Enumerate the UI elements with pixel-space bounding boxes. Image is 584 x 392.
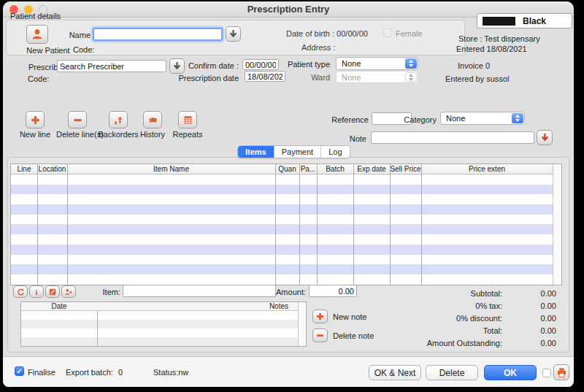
toolbar-item-delete-lines[interactable]: Delete line(s): [56, 111, 99, 139]
items-column-header[interactable]: Pa...: [299, 164, 317, 174]
repeats-button[interactable]: [178, 111, 197, 128]
column-divider: [275, 164, 276, 285]
patient-type-label: Patient type: [244, 60, 330, 69]
finalise-checkbox[interactable]: ✓: [15, 366, 24, 376]
tab-payment[interactable]: Payment: [274, 146, 321, 158]
notes-table-row[interactable]: [21, 311, 299, 320]
patient-name-search-button[interactable]: [226, 26, 241, 42]
new-patient-button[interactable]: [26, 25, 48, 44]
items-column-header[interactable]: Sell Price: [390, 164, 421, 174]
column-divider: [299, 164, 300, 285]
patient-name-input[interactable]: [93, 28, 223, 41]
female-checkbox: [383, 28, 392, 37]
finalise-label: Finalise: [28, 368, 55, 377]
subtotal-value: 0.00: [505, 289, 556, 298]
tab-bar: Items Payment Log: [237, 145, 350, 158]
items-table-header: LineLocationItem NameQuanPa...BatchExp d…: [11, 164, 561, 174]
toolbar-item-repeats[interactable]: Repeats: [166, 111, 209, 139]
edit-icon: [48, 288, 57, 296]
patient-code-label: Code:: [73, 45, 94, 54]
ward-label: Ward: [244, 73, 330, 82]
column-divider: [390, 164, 391, 285]
notes-table-row[interactable]: [21, 337, 299, 346]
delete-lines-button[interactable]: [68, 111, 87, 128]
prescriber-code-label: Code:: [28, 74, 49, 83]
red-down-arrow-icon: [540, 133, 550, 142]
total-label: Total:: [280, 326, 502, 335]
items-table-row[interactable]: [11, 255, 553, 265]
line-info-button[interactable]: i: [29, 285, 44, 298]
discount-label: 0% discount:: [280, 314, 502, 323]
items-column-header[interactable]: Quan: [275, 164, 299, 174]
items-table: LineLocationItem NameQuanPa...BatchExp d…: [10, 164, 562, 285]
amount-outstanding-label: Amount Outstanding:: [280, 339, 502, 347]
new-line-button[interactable]: [26, 111, 45, 128]
ward-select: None: [336, 71, 418, 83]
tab-log[interactable]: Log: [321, 146, 349, 158]
patient-merge-button[interactable]: [61, 285, 76, 298]
items-table-row[interactable]: [11, 245, 553, 255]
ward-value: None: [342, 73, 361, 82]
colour-select[interactable]: Black: [477, 13, 572, 28]
export-batch-label: Export batch:: [66, 368, 113, 377]
print-checkbox[interactable]: [542, 369, 551, 377]
edit-note-button[interactable]: [45, 285, 60, 298]
items-column-header[interactable]: Exp date: [353, 164, 390, 174]
items-table-row[interactable]: [11, 224, 553, 234]
print-button[interactable]: [553, 364, 569, 380]
history-button[interactable]: [143, 111, 162, 128]
entered-text: Entered 18/08/2021: [456, 45, 527, 53]
items-column-header[interactable]: Batch: [317, 164, 353, 174]
subtotal-label: Subtotal:: [280, 289, 502, 298]
colour-swatch: [483, 17, 515, 26]
ok-button[interactable]: OK: [484, 365, 537, 380]
new-patient-label: New Patient: [26, 46, 70, 55]
notes-column-header[interactable]: Notes: [97, 302, 299, 310]
items-table-row[interactable]: [11, 194, 553, 204]
note-label: Note: [320, 134, 366, 143]
prescription-date-label: Prescription date: [134, 74, 239, 82]
items-column-header[interactable]: Location: [37, 164, 67, 174]
prescription-entry-window: Prescription Entry Patient details New P…: [3, 1, 574, 387]
items-column-header[interactable]: Item Name: [67, 164, 275, 174]
confirm-date-label: Confirm date :: [149, 61, 239, 70]
delete-button[interactable]: Delete: [426, 365, 478, 380]
history-cards-icon: [147, 115, 158, 126]
items-table-row[interactable]: [11, 174, 553, 185]
note-expand-button[interactable]: [537, 130, 553, 145]
items-table-row[interactable]: [11, 204, 553, 215]
notes-table-row[interactable]: [21, 320, 299, 328]
discount-value: 0.00: [505, 314, 556, 323]
items-table-scrollbar[interactable]: [553, 164, 561, 285]
items-table-row[interactable]: [11, 264, 553, 274]
store-text: Store : Test dispensary: [458, 34, 540, 43]
info-icon: i: [35, 288, 37, 296]
notes-column-header[interactable]: Date: [21, 302, 97, 310]
items-column-header[interactable]: Line: [11, 164, 37, 174]
entered-by-text: Entered by sussol: [445, 74, 509, 83]
toolbar-item-new-line[interactable]: New line: [14, 111, 56, 139]
notes-table-row[interactable]: [21, 328, 299, 337]
patient-type-select[interactable]: None: [336, 57, 418, 70]
note-input[interactable]: [371, 131, 534, 144]
person-icon: [31, 28, 44, 41]
items-table-row[interactable]: [11, 185, 553, 195]
items-column-header[interactable]: Price exten: [421, 164, 553, 174]
items-table-row[interactable]: [11, 234, 553, 245]
backorder-arrow-icon: [113, 115, 124, 126]
items-table-row[interactable]: [11, 215, 553, 225]
category-select[interactable]: None: [440, 112, 525, 125]
notes-table: DateNotes: [20, 301, 307, 347]
footer-bar: ✓ Finalise Export batch: 0 Status:nw OK …: [3, 356, 574, 387]
refresh-lines-button[interactable]: [13, 285, 28, 298]
column-divider: [317, 164, 318, 285]
tab-items[interactable]: Items: [238, 146, 274, 158]
person-arrow-icon: [64, 288, 73, 296]
items-table-row[interactable]: [11, 274, 553, 285]
column-divider: [37, 164, 38, 285]
patient-type-value: None: [342, 59, 361, 68]
tax-value: 0.00: [505, 301, 556, 310]
ok-next-button[interactable]: OK & Next: [369, 365, 421, 380]
dropdown-stepper-icon: [405, 72, 417, 82]
backorders-button[interactable]: [109, 111, 128, 128]
